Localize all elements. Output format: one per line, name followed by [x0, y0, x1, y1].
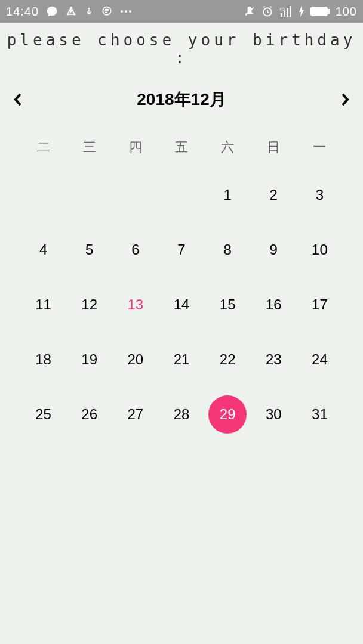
day-cell[interactable]: 9: [251, 231, 297, 268]
day-cell[interactable]: 20: [112, 341, 158, 378]
day-cell[interactable]: 23: [251, 341, 297, 378]
svg-rect-14: [284, 11, 285, 17]
status-time: 14:40: [6, 5, 39, 18]
weekday-label: 日: [251, 138, 297, 156]
day-empty: [20, 177, 66, 213]
day-cell[interactable]: 31: [297, 396, 343, 433]
chevron-right-icon: [340, 92, 350, 107]
svg-rect-17: [311, 7, 327, 16]
day-cell[interactable]: 16: [251, 286, 297, 323]
day-cell[interactable]: 22: [205, 341, 251, 378]
day-cell[interactable]: 14: [158, 286, 204, 323]
status-bar: 14:40 4G 100: [0, 0, 363, 23]
day-cell[interactable]: 12: [66, 286, 112, 323]
day-cell[interactable]: 11: [20, 286, 66, 323]
day-cell[interactable]: 5: [66, 231, 112, 268]
day-cell[interactable]: 29: [205, 396, 251, 433]
calendar-header: 2018年12月: [0, 78, 363, 138]
day-cell[interactable]: 17: [297, 286, 343, 323]
svg-rect-18: [328, 10, 330, 13]
more-icon: [120, 10, 132, 13]
day-cell[interactable]: 4: [20, 231, 66, 268]
svg-rect-16: [290, 6, 291, 17]
weekday-label: 一: [297, 138, 343, 156]
svg-rect-15: [287, 8, 288, 17]
day-empty: [66, 177, 112, 213]
svg-point-9: [129, 10, 131, 13]
day-cell[interactable]: 27: [112, 396, 158, 433]
day-cell[interactable]: 24: [297, 341, 343, 378]
day-cell[interactable]: 19: [66, 341, 112, 378]
status-left: 14:40: [6, 5, 132, 18]
day-cell[interactable]: 30: [251, 396, 297, 433]
day-cell[interactable]: 6: [112, 231, 158, 268]
day-cell[interactable]: 8: [205, 231, 251, 268]
chat-icon: [46, 5, 58, 17]
day-cell[interactable]: 21: [158, 341, 204, 378]
share-icon: [65, 5, 77, 17]
weekday-label: 四: [112, 138, 158, 156]
weekday-label: 三: [66, 138, 112, 156]
svg-point-8: [125, 10, 127, 13]
day-cell[interactable]: 3: [297, 177, 343, 213]
day-cell[interactable]: 26: [66, 396, 112, 433]
day-cell[interactable]: 15: [205, 286, 251, 323]
weekday-label: 六: [205, 138, 251, 156]
day-cell[interactable]: 2: [251, 177, 297, 213]
day-cell[interactable]: 1: [205, 177, 251, 213]
weekday-label: 五: [158, 138, 204, 156]
svg-point-7: [121, 10, 123, 13]
day-empty: [158, 177, 204, 213]
battery-percentage: 100: [336, 5, 357, 18]
chevron-left-icon: [13, 92, 23, 107]
prev-month-button[interactable]: [11, 92, 25, 107]
svg-text:4G: 4G: [279, 7, 285, 11]
charge-icon: [299, 6, 304, 17]
mute-icon: [244, 5, 256, 17]
usb-icon: [84, 5, 94, 17]
day-cell[interactable]: 28: [158, 396, 204, 433]
days-grid: 1234567891011121314151617181920212223242…: [0, 177, 363, 433]
alarm-icon: [262, 5, 273, 17]
day-cell[interactable]: 25: [20, 396, 66, 433]
battery-icon: [310, 7, 330, 16]
svg-rect-13: [281, 13, 282, 17]
status-right: 4G 100: [244, 5, 357, 18]
next-month-button[interactable]: [338, 92, 352, 107]
day-cell[interactable]: 10: [297, 231, 343, 268]
month-title: 2018年12月: [137, 88, 226, 111]
day-empty: [112, 177, 158, 213]
weekday-row: 二 三 四 五 六 日 一: [0, 138, 363, 177]
day-cell[interactable]: 7: [158, 231, 204, 268]
weekday-label: 二: [20, 138, 66, 156]
day-cell[interactable]: 18: [20, 341, 66, 378]
message-icon: [101, 5, 113, 17]
day-cell[interactable]: 13: [112, 286, 158, 323]
prompt-text: please choose your birthday :: [0, 23, 363, 78]
signal-icon: 4G: [279, 6, 293, 17]
